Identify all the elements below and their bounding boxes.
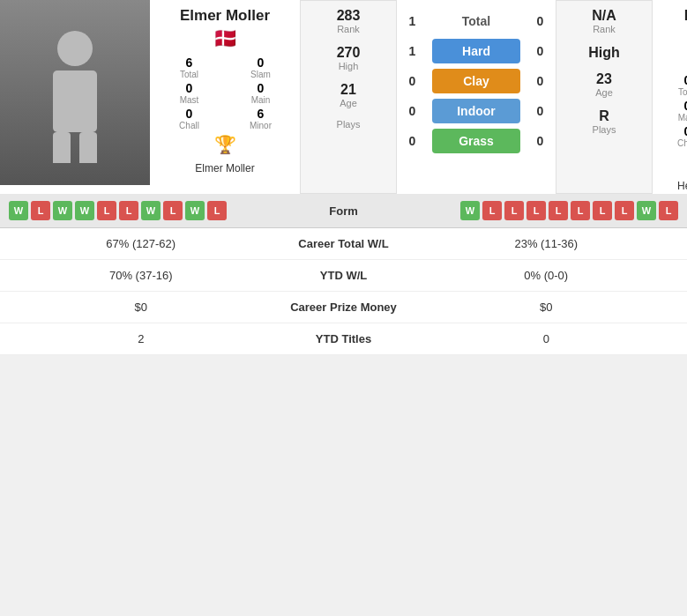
right-trophy-row: 🏆 bbox=[653, 152, 687, 173]
form-badge-left: W bbox=[53, 201, 72, 220]
left-slam-label: Slam bbox=[250, 70, 271, 79]
stat-row-left: $0 bbox=[18, 301, 265, 314]
left-slam-cell: 0 Slam bbox=[226, 56, 295, 79]
form-badge-left: W bbox=[185, 201, 205, 220]
left-main-cell: 0 Main bbox=[226, 81, 295, 105]
stat-row-center: YTD Titles bbox=[265, 332, 423, 345]
form-badge-right: L bbox=[504, 201, 524, 220]
surface-row-grass: 0 Grass 0 bbox=[401, 129, 551, 153]
left-mast-value: 0 bbox=[186, 81, 193, 95]
left-total-value: 6 bbox=[186, 56, 193, 70]
right-age-cell: 23 Age bbox=[595, 71, 613, 98]
left-form-badges: WLWWLLWLWL bbox=[9, 201, 300, 220]
left-player-header: Elmer Moller 🇩🇰 bbox=[150, 0, 300, 54]
stat-row: 67% (127-62)Career Total W/L23% (11-36) bbox=[0, 228, 687, 260]
right-rank-cell: N/A Rank bbox=[592, 8, 616, 34]
left-flag-icon: 🇩🇰 bbox=[213, 27, 237, 50]
left-main-label: Main bbox=[251, 95, 271, 105]
stat-row-right: 0 bbox=[423, 332, 670, 345]
left-slam-value: 0 bbox=[258, 56, 265, 70]
right-total-cell: 0 Total bbox=[657, 73, 687, 97]
left-main-value: 0 bbox=[258, 81, 265, 95]
hard-button[interactable]: Hard bbox=[432, 39, 520, 63]
right-rank-label: Rank bbox=[593, 24, 616, 34]
right-stats-grid: 0 Total 0 Slam 0 Mast 0 Main 0 Chall bbox=[653, 71, 687, 150]
right-player-name-below: Hermanni Tiainen bbox=[653, 178, 687, 194]
right-mast-value: 0 bbox=[684, 99, 687, 113]
form-badge-left: W bbox=[141, 201, 161, 220]
main-container: Elmer Moller 🇩🇰 6 Total 0 Slam 0 Mast bbox=[0, 0, 687, 355]
left-age-label: Age bbox=[340, 98, 357, 108]
left-high-cell: 270 High bbox=[337, 45, 361, 71]
indoor-button[interactable]: Indoor bbox=[432, 99, 520, 123]
left-high-value: 270 bbox=[337, 45, 361, 61]
right-player-header: Hermanni Tiainen 🇫🇮 bbox=[653, 0, 687, 71]
surface-total-label: Total bbox=[432, 9, 520, 33]
left-stats-grid: 6 Total 0 Slam 0 Mast 0 Main 0 bbox=[150, 54, 300, 132]
left-chall-label: Chall bbox=[179, 121, 199, 130]
right-hard-score: 0 bbox=[529, 44, 551, 58]
right-rank-value: N/A bbox=[592, 8, 616, 24]
form-badge-left: L bbox=[31, 201, 50, 220]
form-badge-left: L bbox=[97, 201, 116, 220]
stat-row: $0Career Prize Money$0 bbox=[0, 292, 687, 323]
right-grass-score: 0 bbox=[529, 134, 551, 148]
left-hard-score: 1 bbox=[401, 44, 423, 58]
grass-button[interactable]: Grass bbox=[432, 129, 520, 153]
left-minor-label: Minor bbox=[250, 121, 272, 130]
form-badge-right: L bbox=[659, 201, 678, 220]
stat-row: 2YTD Titles0 bbox=[0, 323, 687, 355]
form-label: Form bbox=[300, 204, 388, 218]
left-rank-label: Rank bbox=[337, 24, 360, 34]
left-chall-cell: 0 Chall bbox=[154, 107, 224, 130]
stat-row: 70% (37-16)YTD W/L0% (0-0) bbox=[0, 260, 687, 292]
left-rank-cell: 283 Rank bbox=[337, 8, 361, 34]
stats-rows: 67% (127-62)Career Total W/L23% (11-36)7… bbox=[0, 228, 687, 355]
left-mast-cell: 0 Mast bbox=[154, 81, 224, 105]
right-total-score: 0 bbox=[529, 14, 551, 28]
right-mast-cell: 0 Mast bbox=[657, 99, 687, 122]
left-clay-score: 0 bbox=[401, 74, 423, 88]
stat-row-center: Career Prize Money bbox=[265, 301, 423, 314]
left-age-value: 21 bbox=[340, 82, 356, 98]
right-age-label: Age bbox=[595, 87, 613, 98]
stat-row-right: $0 bbox=[423, 301, 670, 314]
right-clay-score: 0 bbox=[529, 74, 551, 88]
left-indoor-score: 0 bbox=[401, 104, 423, 118]
left-high-label: High bbox=[339, 61, 359, 71]
clay-button[interactable]: Clay bbox=[432, 69, 520, 93]
form-row: WLWWLLWLWL Form WLLLLLLLWL bbox=[0, 194, 687, 228]
left-minor-value: 6 bbox=[258, 107, 265, 121]
form-badge-right: L bbox=[549, 201, 568, 220]
surface-row-indoor: 0 Indoor 0 bbox=[401, 99, 551, 123]
surface-row-clay: 0 Clay 0 bbox=[401, 69, 551, 93]
surface-list: 1 Total 0 1 Hard 0 0 Clay 0 0 Indoor 0 bbox=[397, 0, 556, 194]
left-grass-score: 0 bbox=[401, 134, 423, 148]
left-player-info: Elmer Moller 🇩🇰 6 Total 0 Slam 0 Mast bbox=[150, 0, 300, 194]
svg-rect-3 bbox=[79, 132, 97, 163]
form-badge-left: L bbox=[207, 201, 227, 220]
form-badge-right: L bbox=[615, 201, 634, 220]
left-total-label: Total bbox=[180, 70, 198, 79]
svg-point-0 bbox=[57, 31, 93, 66]
left-silhouette-icon bbox=[40, 22, 110, 163]
left-age-cell: 21 Age bbox=[340, 82, 357, 108]
stat-row-right: 23% (11-36) bbox=[423, 237, 670, 250]
stat-row-left: 2 bbox=[18, 332, 265, 345]
form-badge-left: L bbox=[119, 201, 138, 220]
stat-row-right: 0% (0-0) bbox=[423, 269, 670, 282]
form-badge-right: W bbox=[460, 201, 480, 220]
left-mast-label: Mast bbox=[180, 95, 199, 105]
left-player-photo bbox=[0, 0, 150, 185]
left-plays-cell: Plays bbox=[337, 119, 361, 130]
form-badge-right: L bbox=[593, 201, 612, 220]
right-plays-cell: R Plays bbox=[593, 108, 616, 135]
left-player-name: Elmer Moller bbox=[180, 7, 270, 25]
svg-rect-2 bbox=[53, 132, 71, 163]
right-plays-value: R bbox=[599, 108, 609, 124]
form-badge-right: L bbox=[571, 201, 590, 220]
form-badge-right: L bbox=[482, 201, 502, 220]
svg-rect-1 bbox=[53, 71, 97, 132]
right-player-info: Hermanni Tiainen 🇫🇮 0 Total 0 Slam 0 Mas… bbox=[653, 0, 687, 194]
right-chall-value: 0 bbox=[684, 124, 687, 138]
